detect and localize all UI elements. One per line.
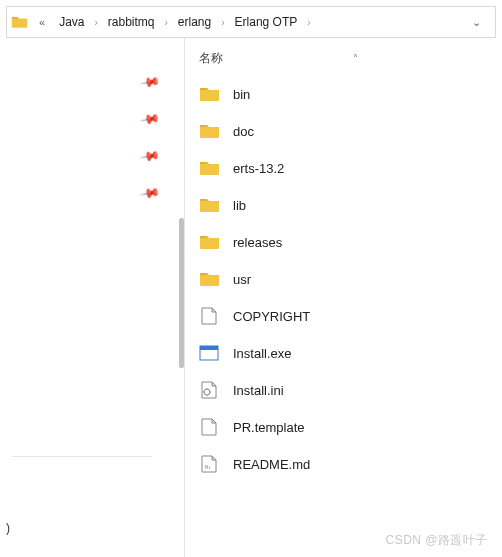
- column-name-header[interactable]: 名称: [199, 50, 223, 67]
- breadcrumb-item[interactable]: Java: [51, 7, 92, 37]
- folder-icon: [199, 196, 221, 214]
- list-item[interactable]: releases: [199, 231, 502, 253]
- file-name: doc: [233, 124, 254, 139]
- file-name: lib: [233, 198, 246, 213]
- list-item[interactable]: Install.exe: [199, 342, 502, 364]
- address-dropdown-icon[interactable]: ⌄: [462, 16, 491, 29]
- history-chevrons-icon[interactable]: «: [33, 16, 51, 28]
- sort-indicator-icon[interactable]: ˄: [353, 53, 358, 64]
- file-name: releases: [233, 235, 282, 250]
- pin-icon[interactable]: 📌: [139, 182, 161, 203]
- chevron-right-icon[interactable]: ›: [219, 17, 226, 28]
- file-name: Install.ini: [233, 383, 284, 398]
- breadcrumb-item[interactable]: Erlang OTP: [227, 7, 306, 37]
- navigation-pane: 📌 📌 📌 📌 ): [0, 38, 185, 557]
- folder-icon: [199, 159, 221, 177]
- column-header[interactable]: 名称 ˄: [199, 50, 502, 83]
- chevron-right-icon[interactable]: ›: [163, 17, 170, 28]
- ini-icon: [199, 381, 221, 399]
- address-bar[interactable]: « Java › rabbitmq › erlang › Erlang OTP …: [6, 6, 496, 38]
- folder-icon: [11, 13, 29, 31]
- file-icon: [199, 307, 221, 325]
- list-item[interactable]: Install.ini: [199, 379, 502, 401]
- list-item[interactable]: README.md: [199, 453, 502, 475]
- file-icon: [199, 418, 221, 436]
- divider: [12, 456, 152, 457]
- file-name: usr: [233, 272, 251, 287]
- truncated-text: ): [6, 521, 10, 535]
- main-area: 📌 📌 📌 📌 ) 名称 ˄ bindocerts-13.2librelease…: [0, 38, 502, 557]
- file-name: README.md: [233, 457, 310, 472]
- list-item[interactable]: COPYRIGHT: [199, 305, 502, 327]
- file-name: bin: [233, 87, 250, 102]
- chevron-right-icon[interactable]: ›: [92, 17, 99, 28]
- file-list: bindocerts-13.2libreleasesusrCOPYRIGHTIn…: [199, 83, 502, 475]
- list-item[interactable]: usr: [199, 268, 502, 290]
- file-name: Install.exe: [233, 346, 292, 361]
- breadcrumb-item[interactable]: erlang: [170, 7, 219, 37]
- watermark: CSDN @路遥叶子: [385, 532, 488, 549]
- pin-icon[interactable]: 📌: [139, 145, 161, 166]
- folder-icon: [199, 233, 221, 251]
- file-name: erts-13.2: [233, 161, 284, 176]
- file-name: PR.template: [233, 420, 305, 435]
- exe-icon: [199, 344, 221, 362]
- folder-icon: [199, 122, 221, 140]
- file-name: COPYRIGHT: [233, 309, 310, 324]
- folder-icon: [199, 270, 221, 288]
- pin-icon[interactable]: 📌: [139, 108, 161, 129]
- list-item[interactable]: PR.template: [199, 416, 502, 438]
- file-list-pane: 名称 ˄ bindocerts-13.2libreleasesusrCOPYRI…: [185, 38, 502, 557]
- scrollbar-thumb[interactable]: [179, 218, 184, 368]
- breadcrumb-item[interactable]: rabbitmq: [100, 7, 163, 37]
- list-item[interactable]: erts-13.2: [199, 157, 502, 179]
- pin-icon[interactable]: 📌: [139, 71, 161, 92]
- list-item[interactable]: lib: [199, 194, 502, 216]
- folder-icon: [199, 85, 221, 103]
- list-item[interactable]: bin: [199, 83, 502, 105]
- quick-access-pins: 📌 📌 📌 📌: [0, 38, 184, 200]
- md-icon: [199, 455, 221, 473]
- list-item[interactable]: doc: [199, 120, 502, 142]
- chevron-right-icon[interactable]: ›: [305, 17, 312, 28]
